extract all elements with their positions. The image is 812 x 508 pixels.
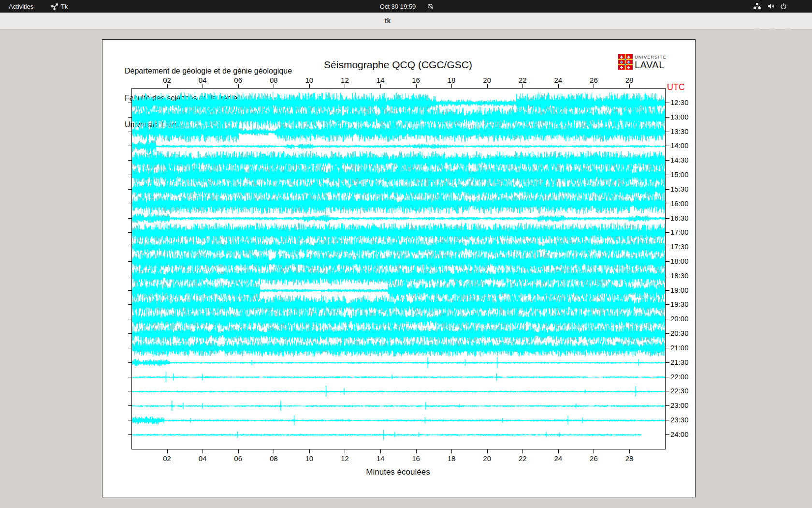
x-axis-label: Minutes écoulées xyxy=(131,467,665,477)
seismogram-traces xyxy=(132,89,665,449)
x-tick-label-top: 20 xyxy=(478,76,497,84)
window-title: tk xyxy=(0,13,775,29)
x-tick-top xyxy=(274,84,274,88)
row-tick-right xyxy=(666,132,669,132)
x-tick-label-bottom: 12 xyxy=(335,454,354,463)
x-tick-top xyxy=(558,84,559,88)
row-tick-right xyxy=(666,362,669,363)
window-title-bar[interactable]: tk xyxy=(0,13,812,30)
activities-button[interactable]: Activities xyxy=(9,0,33,13)
row-tick-right xyxy=(666,319,669,319)
x-tick-label-top: 26 xyxy=(584,76,603,84)
x-tick-label-bottom: 08 xyxy=(264,454,283,463)
x-tick-label-top: 10 xyxy=(300,76,319,84)
logo-laval-text: LAVAL xyxy=(635,60,667,70)
x-tick-top xyxy=(629,84,630,88)
x-tick-label-bottom: 06 xyxy=(229,454,248,463)
row-time-label: 22:30 xyxy=(670,388,689,394)
row-time-label: 18:30 xyxy=(670,272,689,279)
row-tick-left xyxy=(128,160,131,161)
row-tick-right xyxy=(666,405,669,406)
x-tick-label-bottom: 24 xyxy=(549,454,568,463)
network-icon[interactable] xyxy=(754,0,761,13)
x-tick-bottom xyxy=(380,449,381,453)
x-tick-bottom xyxy=(416,449,417,453)
x-tick-top xyxy=(345,84,345,88)
row-tick-right xyxy=(666,117,669,118)
x-tick-label-bottom: 16 xyxy=(406,454,426,463)
notifications-off-icon xyxy=(427,0,434,13)
row-tick-left xyxy=(128,420,131,420)
row-time-label: 12:30 xyxy=(670,99,689,106)
x-tick-label-bottom: 20 xyxy=(478,454,497,463)
row-tick-left xyxy=(128,189,131,190)
row-tick-right xyxy=(666,160,669,161)
x-tick-top xyxy=(380,84,381,88)
x-tick-top xyxy=(309,84,310,88)
tk-app-menu[interactable]: Tk xyxy=(51,0,68,13)
row-tick-left xyxy=(128,261,131,262)
laval-logo: UNIVERSITÉ LAVAL xyxy=(618,54,667,70)
row-time-label: 20:30 xyxy=(670,330,689,337)
row-time-label: 21:30 xyxy=(670,359,689,366)
desktop-screen: Activities Tk Oct 30 19:59 xyxy=(0,0,812,508)
x-tick-label-top: 06 xyxy=(229,76,248,84)
row-tick-left xyxy=(128,247,131,247)
x-tick-top xyxy=(416,84,417,88)
row-tick-right xyxy=(666,232,669,233)
row-time-label: 24:00 xyxy=(670,431,689,438)
x-tick-bottom xyxy=(167,449,168,453)
x-tick-label-bottom: 26 xyxy=(584,454,603,463)
row-tick-right xyxy=(666,247,669,247)
x-tick-bottom xyxy=(451,449,452,453)
row-tick-right xyxy=(666,276,669,276)
x-tick-label-bottom: 18 xyxy=(442,454,461,463)
row-tick-right xyxy=(666,391,669,391)
row-tick-left xyxy=(128,204,131,204)
x-tick-label-top: 18 xyxy=(442,76,461,84)
x-tick-top xyxy=(487,84,488,88)
plot-title: Séismographe QCQ (CGC/GSC) xyxy=(131,59,665,71)
tk-icon xyxy=(51,3,58,10)
row-time-label: 16:30 xyxy=(670,215,689,222)
row-tick-left xyxy=(128,304,131,305)
x-tick-bottom xyxy=(238,449,239,453)
row-time-label: 17:30 xyxy=(670,243,689,250)
x-tick-label-bottom: 14 xyxy=(371,454,390,463)
row-time-label: 22:00 xyxy=(670,374,689,380)
row-tick-left xyxy=(128,132,131,132)
row-tick-left xyxy=(128,232,131,233)
x-tick-label-top: 14 xyxy=(371,76,390,84)
row-time-label: 14:00 xyxy=(670,142,689,149)
row-tick-right xyxy=(666,377,669,377)
x-tick-label-top: 28 xyxy=(620,76,639,84)
x-tick-bottom xyxy=(203,449,203,453)
logo-universite-text: UNIVERSITÉ xyxy=(635,55,667,60)
row-tick-right xyxy=(666,146,669,146)
row-time-label: 13:00 xyxy=(670,114,689,120)
x-tick-label-top: 22 xyxy=(513,76,532,84)
row-tick-right xyxy=(666,189,669,190)
row-tick-left xyxy=(128,391,131,391)
power-icon[interactable] xyxy=(780,0,787,13)
row-time-label: 18:00 xyxy=(670,258,689,265)
x-tick-bottom xyxy=(345,449,345,453)
volume-icon[interactable] xyxy=(768,0,775,13)
x-tick-top xyxy=(167,84,168,88)
x-tick-bottom xyxy=(629,449,630,453)
row-tick-right xyxy=(666,420,669,420)
row-tick-right xyxy=(666,103,669,103)
row-time-label: 16:00 xyxy=(670,200,689,207)
row-tick-right xyxy=(666,434,669,435)
row-tick-right xyxy=(666,175,669,175)
x-tick-label-bottom: 04 xyxy=(193,454,212,463)
row-time-label: 17:00 xyxy=(670,229,689,236)
gnome-top-bar: Activities Tk Oct 30 19:59 xyxy=(0,0,812,13)
row-tick-left xyxy=(128,333,131,334)
row-tick-left xyxy=(128,218,131,219)
row-tick-right xyxy=(666,290,669,291)
clock-menu[interactable]: Oct 30 19:59 xyxy=(380,0,416,13)
x-tick-label-top: 02 xyxy=(158,76,177,84)
seismograph-canvas: Département de géologie et de génie géol… xyxy=(102,39,696,497)
row-tick-left xyxy=(128,362,131,363)
